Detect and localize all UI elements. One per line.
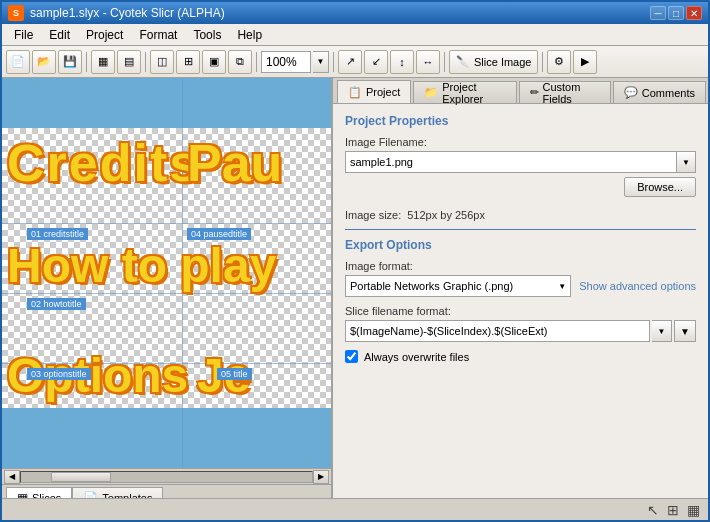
menu-file[interactable]: File xyxy=(6,26,41,44)
menu-edit[interactable]: Edit xyxy=(41,26,78,44)
project-tab-label: Project xyxy=(366,86,400,98)
tool-btn-3[interactable]: ▣ xyxy=(202,50,226,74)
slice-label-04[interactable]: 04 pausedtitle xyxy=(187,228,251,240)
right-tab-comments[interactable]: 💬 Comments xyxy=(613,81,706,103)
filename-dropdown-arrow[interactable]: ▼ xyxy=(676,151,696,173)
right-panel: 📋 Project 📁 Project Explorer ✏ Custom Fi… xyxy=(332,78,708,498)
grid-line-horizontal-1 xyxy=(2,293,331,294)
close-button[interactable]: ✕ xyxy=(686,6,702,20)
canvas-area[interactable]: 01 creditstitle 02 howtotitle 03 options… xyxy=(2,78,331,468)
scroll-left-arrow[interactable]: ◀ xyxy=(4,470,20,484)
toolbar-sep-2 xyxy=(145,52,146,72)
zoom-input[interactable]: 100% xyxy=(261,51,311,73)
filename-format-dropdown[interactable]: ▼ xyxy=(652,320,672,342)
save-button[interactable]: 💾 xyxy=(58,50,82,74)
right-tabs: 📋 Project 📁 Project Explorer ✏ Custom Fi… xyxy=(333,78,708,104)
slice-label-01[interactable]: 01 creditstitle xyxy=(27,228,88,240)
toolbar-icon-2[interactable]: ↙ xyxy=(364,50,388,74)
scroll-thumb[interactable] xyxy=(51,472,111,482)
horizontal-scrollbar[interactable]: ◀ ▶ xyxy=(2,468,331,484)
toolbar-extra-1[interactable]: ⚙ xyxy=(547,50,571,74)
slice-label-05[interactable]: 05 title xyxy=(217,368,252,380)
scroll-right-arrow[interactable]: ▶ xyxy=(313,470,329,484)
toolbar-icon-4[interactable]: ↔ xyxy=(416,50,440,74)
app-icon: S xyxy=(8,5,24,21)
menu-tools[interactable]: Tools xyxy=(185,26,229,44)
canvas-blue-bottom xyxy=(2,408,331,468)
filename-format-extra-btn[interactable]: ▼ xyxy=(674,320,696,342)
new-button[interactable]: 📄 xyxy=(6,50,30,74)
right-tab-project[interactable]: 📋 Project xyxy=(337,80,411,103)
explorer-tab-label: Project Explorer xyxy=(442,81,505,105)
toolbar-sep-6 xyxy=(542,52,543,72)
slice-label-03[interactable]: 03 optionstitle xyxy=(27,368,91,380)
canvas-panel: 01 creditstitle 02 howtotitle 03 options… xyxy=(2,78,332,498)
image-filename-row: ▼ xyxy=(345,151,696,173)
image-filename-label: Image Filename: xyxy=(345,136,696,148)
toolbar-sep-5 xyxy=(444,52,445,72)
slice-label-02[interactable]: 02 howtotitle xyxy=(27,298,86,310)
tool-btn-1[interactable]: ◫ xyxy=(150,50,174,74)
image-format-select[interactable]: Portable Networks Graphic (.png) ▼ xyxy=(345,275,571,297)
project-tab-icon: 📋 xyxy=(348,86,362,99)
tool-btn-4[interactable]: ⧉ xyxy=(228,50,252,74)
toolbar-sep-3 xyxy=(256,52,257,72)
title-bar-controls: ─ □ ✕ xyxy=(650,6,702,20)
browse-button[interactable]: Browse... xyxy=(624,177,696,197)
filename-format-input[interactable] xyxy=(345,320,650,342)
overwrite-row: Always overwrite files xyxy=(345,350,696,363)
credits-text: Credits xyxy=(7,133,200,193)
advanced-options-link[interactable]: Show advanced options xyxy=(579,280,696,292)
tool-btn-2[interactable]: ⊞ xyxy=(176,50,200,74)
grid-line-horizontal-3 xyxy=(2,223,331,224)
overwrite-checkbox[interactable] xyxy=(345,350,358,363)
right-tab-custom-fields[interactable]: ✏ Custom Fields xyxy=(519,81,611,103)
scroll-track[interactable] xyxy=(20,471,313,483)
slice-image-label: Slice Image xyxy=(474,56,531,68)
slice-image-button[interactable]: 🔪 Slice Image xyxy=(449,50,538,74)
slices-label: Slices xyxy=(32,492,61,499)
status-icon-grid: ⊞ xyxy=(667,502,679,518)
zoom-dropdown[interactable]: ▼ xyxy=(313,51,329,73)
toolbar-icon-3[interactable]: ↕ xyxy=(390,50,414,74)
comments-tab-label: Comments xyxy=(642,87,695,99)
image-filename-input[interactable] xyxy=(345,151,676,173)
right-tab-explorer[interactable]: 📁 Project Explorer xyxy=(413,81,516,103)
tab-templates[interactable]: 📄 Templates xyxy=(72,487,163,499)
pause-text: Pau xyxy=(187,133,282,193)
export-options-title: Export Options xyxy=(345,238,696,252)
format-dropdown-arrow: ▼ xyxy=(558,282,566,291)
menu-format[interactable]: Format xyxy=(131,26,185,44)
menu-project[interactable]: Project xyxy=(78,26,131,44)
view-btn-2[interactable]: ▤ xyxy=(117,50,141,74)
app-window: S sample1.slyx - Cyotek Slicr (ALPHA) ─ … xyxy=(0,0,710,522)
tab-slices[interactable]: ▦ Slices xyxy=(6,487,72,499)
toolbar-extra-2[interactable]: ▶ xyxy=(573,50,597,74)
section-divider xyxy=(345,229,696,230)
status-bar: ↖ ⊞ ▦ xyxy=(2,498,708,520)
image-size-label: Image size: xyxy=(345,209,401,221)
image-format-label: Image format: xyxy=(345,260,696,272)
view-btn-1[interactable]: ▦ xyxy=(91,50,115,74)
right-panel-content: Project Properties Image Filename: ▼ Bro… xyxy=(333,104,708,498)
slice-filename-label: Slice filename format: xyxy=(345,305,696,317)
open-button[interactable]: 📂 xyxy=(32,50,56,74)
status-icon-cursor: ↖ xyxy=(647,502,659,518)
maximize-button[interactable]: □ xyxy=(668,6,684,20)
title-bar: S sample1.slyx - Cyotek Slicr (ALPHA) ─ … xyxy=(2,2,708,24)
image-format-value: Portable Networks Graphic (.png) xyxy=(350,280,554,292)
status-icon-slices: ▦ xyxy=(687,502,700,518)
bottom-tabs: ▦ Slices 📄 Templates xyxy=(2,484,331,498)
toolbar-icon-1[interactable]: ↗ xyxy=(338,50,362,74)
minimize-button[interactable]: ─ xyxy=(650,6,666,20)
title-bar-text: sample1.slyx - Cyotek Slicr (ALPHA) xyxy=(30,6,225,20)
browse-row: Browse... xyxy=(345,177,696,201)
toolbar: 📄 📂 💾 ▦ ▤ ◫ ⊞ ▣ ⧉ 100% ▼ ↗ ↙ ↕ ↔ 🔪 Slice… xyxy=(2,46,708,78)
howto-text: How to play xyxy=(7,238,276,293)
menu-help[interactable]: Help xyxy=(229,26,270,44)
custom-fields-tab-label: Custom Fields xyxy=(543,81,600,105)
comments-tab-icon: 💬 xyxy=(624,86,638,99)
image-filename-input-group: ▼ xyxy=(345,151,696,173)
toolbar-sep-1 xyxy=(86,52,87,72)
main-content: 01 creditstitle 02 howtotitle 03 options… xyxy=(2,78,708,498)
